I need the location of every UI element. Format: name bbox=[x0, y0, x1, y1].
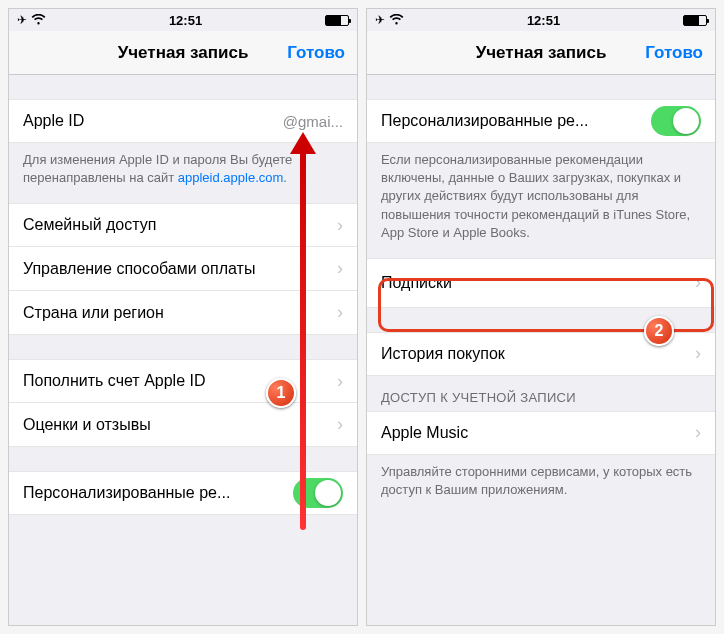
personalized-recs-row[interactable]: Персонализированные ре... bbox=[367, 99, 715, 143]
content: Персонализированные ре... Если персонали… bbox=[367, 75, 715, 625]
add-funds-row[interactable]: Пополнить счет Apple ID › bbox=[9, 359, 357, 403]
done-button[interactable]: Готово bbox=[287, 43, 345, 63]
chevron-right-icon: › bbox=[337, 215, 343, 236]
apple-id-row[interactable]: Apple ID @gmai... bbox=[9, 99, 357, 143]
nav-title: Учетная запись bbox=[476, 43, 607, 63]
screen-left: ✈ 12:51 Учетная запись Готово Apple ID @… bbox=[8, 8, 358, 626]
screen-right: ✈ 12:51 Учетная запись Готово Персонализ… bbox=[366, 8, 716, 626]
status-bar: ✈ 12:51 bbox=[9, 9, 357, 31]
battery-icon bbox=[683, 15, 707, 26]
family-sharing-row[interactable]: Семейный доступ › bbox=[9, 203, 357, 247]
time: 12:51 bbox=[527, 13, 560, 28]
wifi-icon bbox=[389, 13, 404, 28]
content: Apple ID @gmai... Для изменения Apple ID… bbox=[9, 75, 357, 625]
chevron-right-icon: › bbox=[695, 422, 701, 443]
access-header: ДОСТУП К УЧЕТНОЙ ЗАПИСИ bbox=[367, 376, 715, 411]
battery-icon bbox=[325, 15, 349, 26]
apple-music-row[interactable]: Apple Music › bbox=[367, 411, 715, 455]
apple-id-value: @gmai... bbox=[283, 113, 343, 130]
airplane-icon: ✈ bbox=[17, 13, 27, 27]
ratings-reviews-row[interactable]: Оценки и отзывы › bbox=[9, 403, 357, 447]
chevron-right-icon: › bbox=[695, 343, 701, 364]
country-region-row[interactable]: Страна или регион › bbox=[9, 291, 357, 335]
airplane-icon: ✈ bbox=[375, 13, 385, 27]
chevron-right-icon: › bbox=[695, 272, 701, 293]
payment-methods-row[interactable]: Управление способами оплаты › bbox=[9, 247, 357, 291]
chevron-right-icon: › bbox=[337, 414, 343, 435]
done-button[interactable]: Готово bbox=[645, 43, 703, 63]
purchase-history-row[interactable]: История покупок › bbox=[367, 332, 715, 376]
apple-id-label: Apple ID bbox=[23, 112, 84, 130]
access-footer: Управляйте сторонними сервисами, у котор… bbox=[367, 455, 715, 515]
toggle-on-icon[interactable] bbox=[651, 106, 701, 136]
time: 12:51 bbox=[169, 13, 202, 28]
nav-bar: Учетная запись Готово bbox=[9, 31, 357, 75]
status-bar: ✈ 12:51 bbox=[367, 9, 715, 31]
appleid-link[interactable]: appleid.apple.com bbox=[178, 170, 284, 185]
personalized-recs-row[interactable]: Персонализированные ре... bbox=[9, 471, 357, 515]
recs-footer: Если персонализированные рекомендации вк… bbox=[367, 143, 715, 258]
chevron-right-icon: › bbox=[337, 371, 343, 392]
nav-bar: Учетная запись Готово bbox=[367, 31, 715, 75]
chevron-right-icon: › bbox=[337, 302, 343, 323]
chevron-right-icon: › bbox=[337, 258, 343, 279]
apple-id-footer: Для изменения Apple ID и пароля Вы будет… bbox=[9, 143, 357, 203]
nav-title: Учетная запись bbox=[118, 43, 249, 63]
subscriptions-row[interactable]: Подписки › bbox=[367, 258, 715, 308]
toggle-on-icon[interactable] bbox=[293, 478, 343, 508]
wifi-icon bbox=[31, 13, 46, 28]
